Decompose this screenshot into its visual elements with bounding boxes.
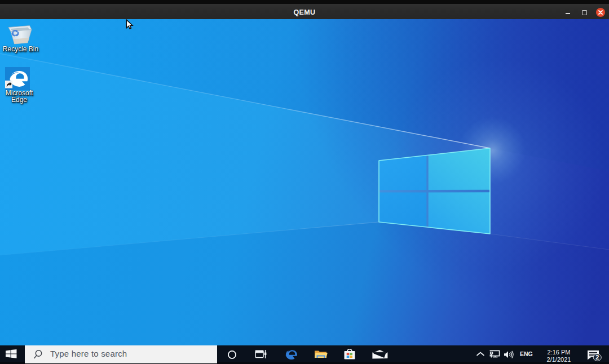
svg-text:2: 2 [595,354,599,361]
